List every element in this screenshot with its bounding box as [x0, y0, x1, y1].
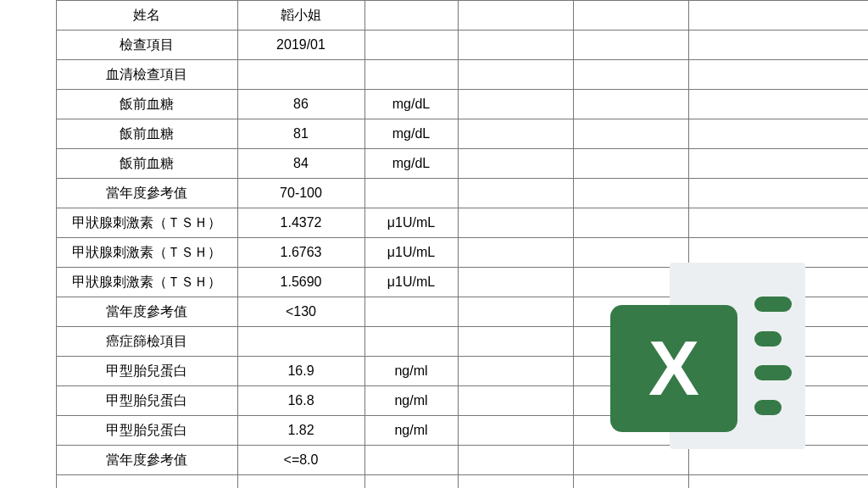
- cell-g[interactable]: [688, 90, 868, 119]
- cell-e[interactable]: [458, 238, 573, 268]
- cell-d[interactable]: [364, 30, 458, 60]
- cell-e[interactable]: [458, 179, 573, 208]
- cell-e[interactable]: [458, 475, 573, 489]
- cell-c[interactable]: 1.4372: [237, 208, 364, 238]
- cell-c[interactable]: 86: [237, 90, 364, 119]
- cell-b[interactable]: 飯前血糖: [56, 119, 237, 149]
- cell-a[interactable]: [0, 268, 56, 297]
- cell-c[interactable]: <130: [237, 297, 364, 327]
- cell-g[interactable]: [688, 30, 868, 60]
- cell-a[interactable]: [0, 60, 56, 90]
- cell-e[interactable]: [458, 357, 573, 386]
- cell-b[interactable]: 甲狀腺刺激素（ＴＳＨ）: [56, 208, 237, 238]
- cell-e[interactable]: [458, 30, 573, 60]
- cell-d[interactable]: [364, 446, 458, 475]
- cell-d[interactable]: ng/ml: [364, 386, 458, 416]
- cell-b[interactable]: [56, 475, 237, 489]
- cell-d[interactable]: ng/ml: [364, 357, 458, 386]
- cell-c[interactable]: 2019/01: [237, 30, 364, 60]
- cell-c[interactable]: <=8.0: [237, 446, 364, 475]
- cell-c[interactable]: [237, 60, 364, 90]
- cell-g[interactable]: [688, 446, 868, 475]
- cell-b[interactable]: 甲型胎兒蛋白: [56, 357, 237, 386]
- cell-a[interactable]: [0, 30, 56, 60]
- cell-d[interactable]: mg/dL: [364, 119, 458, 149]
- cell-e[interactable]: [458, 1, 573, 30]
- cell-c[interactable]: 81: [237, 119, 364, 149]
- cell-e[interactable]: [458, 386, 573, 416]
- cell-a[interactable]: [0, 446, 56, 475]
- cell-f[interactable]: [573, 297, 688, 327]
- cell-a[interactable]: [0, 386, 56, 416]
- cell-d[interactable]: mg/dL: [364, 149, 458, 179]
- cell-c[interactable]: 84: [237, 149, 364, 179]
- cell-c[interactable]: 韜小姐: [237, 1, 364, 30]
- cell-b[interactable]: 甲型胎兒蛋白: [56, 416, 237, 446]
- cell-a[interactable]: [0, 357, 56, 386]
- cell-e[interactable]: [458, 297, 573, 327]
- cell-b[interactable]: 檢查項目: [56, 30, 237, 60]
- cell-g[interactable]: [688, 327, 868, 357]
- cell-a[interactable]: [0, 327, 56, 357]
- cell-c[interactable]: 1.82: [237, 416, 364, 446]
- cell-f[interactable]: [573, 416, 688, 446]
- cell-e[interactable]: [458, 446, 573, 475]
- cell-b[interactable]: 甲狀腺刺激素（ＴＳＨ）: [56, 268, 237, 297]
- cell-a[interactable]: [0, 1, 56, 30]
- cell-a[interactable]: [0, 297, 56, 327]
- cell-g[interactable]: [688, 416, 868, 446]
- cell-g[interactable]: [688, 119, 868, 149]
- cell-f[interactable]: [573, 446, 688, 475]
- cell-d[interactable]: ng/ml: [364, 416, 458, 446]
- cell-g[interactable]: [688, 357, 868, 386]
- cell-g[interactable]: [688, 208, 868, 238]
- cell-c[interactable]: 70-100: [237, 179, 364, 208]
- cell-g[interactable]: [688, 149, 868, 179]
- cell-a[interactable]: [0, 119, 56, 149]
- cell-e[interactable]: [458, 119, 573, 149]
- cell-e[interactable]: [458, 208, 573, 238]
- cell-f[interactable]: [573, 268, 688, 297]
- cell-d[interactable]: [364, 1, 458, 30]
- cell-f[interactable]: [573, 149, 688, 179]
- cell-b[interactable]: 飯前血糖: [56, 149, 237, 179]
- cell-c[interactable]: 16.8: [237, 386, 364, 416]
- cell-g[interactable]: [688, 179, 868, 208]
- cell-f[interactable]: [573, 208, 688, 238]
- cell-f[interactable]: [573, 475, 688, 489]
- cell-b[interactable]: 姓名: [56, 1, 237, 30]
- cell-f[interactable]: [573, 357, 688, 386]
- cell-c[interactable]: 1.6763: [237, 238, 364, 268]
- cell-e[interactable]: [458, 327, 573, 357]
- cell-b[interactable]: 甲狀腺刺激素（ＴＳＨ）: [56, 238, 237, 268]
- cell-f[interactable]: [573, 327, 688, 357]
- cell-f[interactable]: [573, 30, 688, 60]
- cell-c[interactable]: 16.9: [237, 357, 364, 386]
- cell-b[interactable]: 當年度參考值: [56, 179, 237, 208]
- cell-f[interactable]: [573, 386, 688, 416]
- cell-d[interactable]: [364, 327, 458, 357]
- cell-e[interactable]: [458, 149, 573, 179]
- cell-a[interactable]: [0, 238, 56, 268]
- cell-g[interactable]: [688, 268, 868, 297]
- cell-f[interactable]: [573, 179, 688, 208]
- cell-e[interactable]: [458, 268, 573, 297]
- cell-d[interactable]: mg/dL: [364, 90, 458, 119]
- cell-g[interactable]: [688, 297, 868, 327]
- cell-b[interactable]: 血清檢查項目: [56, 60, 237, 90]
- cell-d[interactable]: [364, 60, 458, 90]
- cell-f[interactable]: [573, 238, 688, 268]
- cell-a[interactable]: [0, 90, 56, 119]
- cell-d[interactable]: μ1U/mL: [364, 238, 458, 268]
- cell-d[interactable]: μ1U/mL: [364, 268, 458, 297]
- cell-f[interactable]: [573, 1, 688, 30]
- cell-d[interactable]: [364, 297, 458, 327]
- cell-a[interactable]: [0, 416, 56, 446]
- cell-b[interactable]: 飯前血糖: [56, 90, 237, 119]
- cell-a[interactable]: [0, 179, 56, 208]
- cell-b[interactable]: 當年度參考值: [56, 446, 237, 475]
- cell-g[interactable]: [688, 475, 868, 489]
- cell-c[interactable]: 1.5690: [237, 268, 364, 297]
- cell-b[interactable]: 癌症篩檢項目: [56, 327, 237, 357]
- cell-f[interactable]: [573, 60, 688, 90]
